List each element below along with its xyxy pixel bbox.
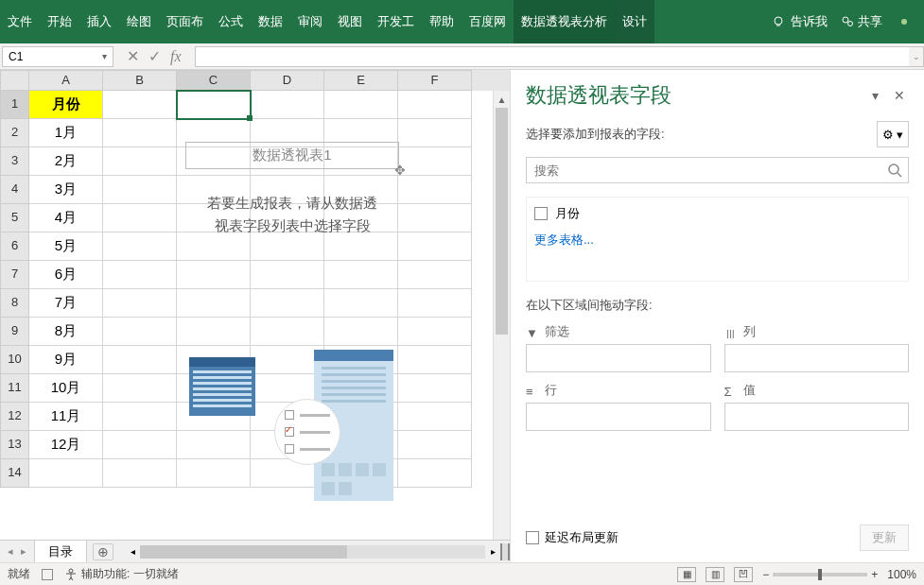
row-header[interactable]: 1	[0, 91, 29, 119]
cell[interactable]	[251, 91, 324, 119]
search-icon[interactable]	[881, 158, 908, 182]
pane-menu-icon[interactable]: ▾	[865, 88, 884, 103]
zoom-level[interactable]: 100%	[887, 568, 916, 581]
tab-nav-next-icon[interactable]: ▸	[17, 545, 30, 558]
column-header[interactable]: B	[103, 70, 177, 91]
more-tables-link[interactable]: 更多表格...	[534, 232, 900, 249]
cell[interactable]	[398, 403, 472, 431]
cell[interactable]	[177, 289, 251, 318]
row-header[interactable]: 4	[0, 176, 29, 204]
scroll-left-icon[interactable]: ◂	[125, 546, 140, 557]
ribbon-tab[interactable]: 数据透视表分析	[514, 0, 615, 43]
cell[interactable]	[103, 261, 177, 289]
horizontal-scrollbar[interactable]: ◂ ▸	[125, 543, 510, 560]
column-header[interactable]: F	[398, 70, 472, 91]
cell[interactable]	[103, 459, 177, 488]
checkbox-icon[interactable]	[526, 531, 539, 544]
row-header[interactable]: 3	[0, 147, 29, 176]
cell[interactable]	[103, 176, 177, 204]
cell[interactable]	[398, 91, 472, 119]
zoom-in-icon[interactable]: +	[871, 568, 878, 581]
page-layout-view-icon[interactable]: ▥	[706, 567, 724, 582]
cell[interactable]	[251, 289, 324, 318]
search-input[interactable]	[526, 157, 909, 183]
cell[interactable]: 12月	[29, 431, 103, 459]
confirm-icon[interactable]: ✓	[148, 47, 161, 65]
column-header[interactable]: E	[324, 70, 398, 91]
cell[interactable]	[103, 232, 177, 261]
cell[interactable]: 7月	[29, 289, 103, 318]
ribbon-tab[interactable]: 开始	[40, 0, 79, 43]
ribbon-tab[interactable]: 百度网	[462, 0, 514, 43]
cell[interactable]	[398, 459, 472, 488]
row-header[interactable]: 7	[0, 261, 29, 289]
cell[interactable]: 月份	[29, 91, 103, 119]
sheet-tab-active[interactable]: 目录	[34, 540, 87, 562]
cell[interactable]: 4月	[29, 204, 103, 232]
cell[interactable]	[177, 91, 251, 119]
cell[interactable]	[103, 147, 177, 176]
ribbon-tab[interactable]: 视图	[330, 0, 370, 43]
cell[interactable]	[103, 346, 177, 374]
ribbon-tab[interactable]: 设计	[615, 0, 654, 43]
cell[interactable]: 9月	[29, 346, 103, 374]
field-item[interactable]: 月份	[534, 205, 900, 222]
add-sheet-button[interactable]: ⊕	[93, 543, 113, 560]
ribbon-tab[interactable]: 文件	[0, 0, 40, 43]
cell[interactable]: 1月	[29, 119, 103, 147]
fx-icon[interactable]: fx	[170, 48, 182, 65]
cell[interactable]: 2月	[29, 147, 103, 176]
ribbon-tab[interactable]: 页面布	[159, 0, 211, 43]
area-values[interactable]: Σ值	[724, 382, 910, 431]
column-header[interactable]: A	[29, 70, 103, 91]
cell[interactable]	[398, 346, 472, 374]
tell-me[interactable]: 告诉我	[772, 13, 828, 30]
area-rows[interactable]: ≡行	[526, 382, 711, 431]
cell[interactable]	[29, 459, 103, 488]
normal-view-icon[interactable]: ▦	[677, 567, 696, 582]
cell[interactable]	[398, 119, 472, 147]
column-header[interactable]: D	[251, 70, 324, 91]
close-icon[interactable]: ✕	[890, 88, 909, 103]
formula-expand-icon[interactable]: ⌄	[909, 46, 924, 67]
cell[interactable]: 6月	[29, 261, 103, 289]
cell[interactable]	[324, 261, 398, 289]
cell[interactable]	[177, 261, 251, 289]
cell[interactable]	[251, 318, 324, 346]
cell[interactable]	[398, 147, 472, 176]
zoom-out-icon[interactable]: −	[762, 568, 769, 581]
cell[interactable]	[103, 204, 177, 232]
cell[interactable]: 10月	[29, 374, 103, 403]
row-header[interactable]: 12	[0, 403, 29, 431]
cell[interactable]	[324, 91, 398, 119]
cell[interactable]	[103, 374, 177, 403]
column-header[interactable]: C	[177, 70, 251, 91]
page-break-view-icon[interactable]: 凹	[734, 567, 753, 582]
cell[interactable]	[103, 431, 177, 459]
cell[interactable]	[398, 261, 472, 289]
area-columns[interactable]: ⫼列	[724, 323, 910, 372]
ribbon-tab[interactable]: 数据	[251, 0, 290, 43]
cancel-icon[interactable]: ✕	[127, 47, 139, 65]
cell[interactable]	[324, 289, 398, 318]
name-box[interactable]: C1 ▾	[2, 46, 113, 67]
row-header[interactable]: 8	[0, 289, 29, 318]
ribbon-tab[interactable]: 公式	[211, 0, 251, 43]
chevron-down-icon[interactable]: ▾	[102, 51, 107, 61]
cell[interactable]: 8月	[29, 318, 103, 346]
zoom-slider[interactable]: − +	[762, 568, 878, 581]
cell[interactable]	[103, 289, 177, 318]
tab-nav-prev-icon[interactable]: ◂	[4, 545, 17, 558]
accessibility-status[interactable]: 辅助功能: 一切就绪	[64, 566, 179, 582]
checkbox-icon[interactable]	[534, 207, 548, 220]
row-header[interactable]: 13	[0, 431, 29, 459]
row-header[interactable]: 6	[0, 232, 29, 261]
cell[interactable]	[324, 318, 398, 346]
ribbon-tab[interactable]: 开发工	[370, 0, 422, 43]
row-header[interactable]: 5	[0, 204, 29, 232]
row-header[interactable]: 14	[0, 459, 29, 488]
cell[interactable]	[398, 431, 472, 459]
row-header[interactable]: 9	[0, 318, 29, 346]
cell[interactable]	[398, 318, 472, 346]
row-header[interactable]: 2	[0, 119, 29, 147]
